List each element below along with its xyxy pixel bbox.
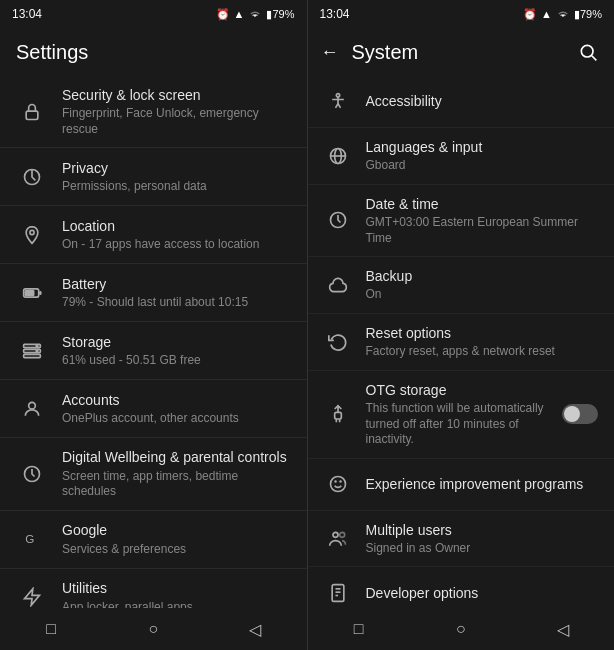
- settings-item-security[interactable]: Security & lock screenFingerprint, Face …: [0, 76, 307, 148]
- right-app-title: System: [352, 41, 571, 64]
- right-nav-bar: □ ○ ◁: [308, 608, 615, 650]
- backup-icon: [324, 271, 352, 299]
- accessibility-title: Accessibility: [366, 92, 599, 110]
- system-item-backup[interactable]: BackupOn: [308, 257, 615, 314]
- system-list[interactable]: AccessibilityLanguages & inputGboardDate…: [308, 76, 615, 608]
- left-nav-bar: □ ○ ◁: [0, 608, 307, 650]
- battery-text: Battery79% - Should last until about 10:…: [62, 275, 291, 311]
- battery-icon: [16, 277, 48, 309]
- accounts-title: Accounts: [62, 391, 291, 409]
- privacy-subtitle: Permissions, personal data: [62, 179, 291, 195]
- storage-subtitle: 61% used - 50.51 GB free: [62, 353, 291, 369]
- right-status-time: 13:04: [320, 7, 350, 21]
- security-icon: [16, 96, 48, 128]
- system-item-developer-options[interactable]: Developer options: [308, 567, 615, 608]
- nav-square[interactable]: □: [40, 618, 62, 640]
- svg-point-28: [333, 532, 338, 537]
- battery-title: Battery: [62, 275, 291, 293]
- location-icon: [16, 219, 48, 251]
- location-text: LocationOn - 17 apps have access to loca…: [62, 217, 291, 253]
- settings-item-utilities[interactable]: UtilitiesApp locker, parallel apps: [0, 569, 307, 608]
- backup-subtitle: On: [366, 287, 599, 303]
- svg-text:G: G: [25, 532, 34, 545]
- multiple-users-icon: [324, 525, 352, 553]
- battery-icon-r: ▮79%: [574, 8, 602, 21]
- wifi-icon-r: [556, 7, 570, 21]
- multiple-users-title: Multiple users: [366, 521, 599, 539]
- settings-item-digital-wellbeing[interactable]: Digital Wellbeing & parental controlsScr…: [0, 438, 307, 510]
- left-app-title: Settings: [16, 41, 88, 64]
- accessibility-icon: [324, 88, 352, 116]
- left-status-icons: ⏰ ▲ ▮79%: [216, 7, 295, 21]
- languages-subtitle: Gboard: [366, 158, 599, 174]
- nav-square-r[interactable]: □: [348, 618, 370, 640]
- languages-icon: [324, 142, 352, 170]
- nav-triangle[interactable]: ◁: [244, 618, 266, 640]
- languages-title: Languages & input: [366, 138, 599, 156]
- system-item-accessibility[interactable]: Accessibility: [308, 76, 615, 128]
- security-text: Security & lock screenFingerprint, Face …: [62, 86, 291, 137]
- system-item-otg-storage[interactable]: OTG storageThis function will be automat…: [308, 371, 615, 459]
- backup-title: Backup: [366, 267, 599, 285]
- right-phone-panel: 13:04 ⏰ ▲ ▮79% ← System AccessibilityLan…: [308, 0, 615, 650]
- nav-circle[interactable]: ○: [142, 618, 164, 640]
- otg-storage-subtitle: This function will be automatically turn…: [366, 401, 563, 448]
- accounts-text: AccountsOnePlus account, other accounts: [62, 391, 291, 427]
- backup-text: BackupOn: [366, 267, 599, 303]
- security-subtitle: Fingerprint, Face Unlock, emergency resc…: [62, 106, 291, 137]
- utilities-title: Utilities: [62, 579, 291, 597]
- system-item-date-time[interactable]: Date & timeGMT+03:00 Eastern European Su…: [308, 185, 615, 257]
- reset-options-icon: [324, 328, 352, 356]
- accounts-subtitle: OnePlus account, other accounts: [62, 411, 291, 427]
- right-status-icons: ⏰ ▲ ▮79%: [523, 7, 602, 21]
- system-item-languages[interactable]: Languages & inputGboard: [308, 128, 615, 185]
- settings-item-battery[interactable]: Battery79% - Should last until about 10:…: [0, 264, 307, 322]
- settings-item-google[interactable]: GGoogleServices & preferences: [0, 511, 307, 569]
- location-title: Location: [62, 217, 291, 235]
- system-item-experience-improvement[interactable]: Experience improvement programs: [308, 459, 615, 511]
- system-item-multiple-users[interactable]: Multiple usersSigned in as Owner: [308, 511, 615, 568]
- system-item-reset-options[interactable]: Reset optionsFactory reset, apps & netwo…: [308, 314, 615, 371]
- settings-item-privacy[interactable]: PrivacyPermissions, personal data: [0, 148, 307, 206]
- alarm-icon-r: ⏰: [523, 8, 537, 21]
- google-title: Google: [62, 521, 291, 539]
- svg-point-8: [36, 345, 38, 347]
- settings-item-accounts[interactable]: AccountsOnePlus account, other accounts: [0, 380, 307, 438]
- date-time-icon: [324, 206, 352, 234]
- svg-rect-4: [25, 290, 33, 295]
- utilities-subtitle: App locker, parallel apps: [62, 600, 291, 608]
- date-time-title: Date & time: [366, 195, 599, 213]
- accounts-icon: [16, 393, 48, 425]
- storage-title: Storage: [62, 333, 291, 351]
- security-title: Security & lock screen: [62, 86, 291, 104]
- wifi-icon: [248, 7, 262, 21]
- search-button[interactable]: [570, 34, 606, 70]
- settings-list[interactable]: Security & lock screenFingerprint, Face …: [0, 76, 307, 608]
- battery-icon: ▮79%: [266, 8, 294, 21]
- svg-line-18: [592, 56, 597, 61]
- reset-options-subtitle: Factory reset, apps & network reset: [366, 344, 599, 360]
- right-status-bar: 13:04 ⏰ ▲ ▮79%: [308, 0, 615, 28]
- svg-rect-0: [26, 111, 38, 119]
- signal-icon: ▲: [234, 8, 245, 20]
- left-status-bar: 13:04 ⏰ ▲ ▮79%: [0, 0, 307, 28]
- alarm-icon: ⏰: [216, 8, 230, 21]
- settings-item-location[interactable]: LocationOn - 17 apps have access to loca…: [0, 206, 307, 264]
- back-button[interactable]: ←: [312, 34, 348, 70]
- reset-options-text: Reset optionsFactory reset, apps & netwo…: [366, 324, 599, 360]
- utilities-icon: [16, 581, 48, 608]
- multiple-users-subtitle: Signed in as Owner: [366, 541, 599, 557]
- otg-toggle[interactable]: [562, 404, 598, 424]
- developer-options-icon: [324, 579, 352, 607]
- digital-wellbeing-subtitle: Screen time, app timers, bedtime schedul…: [62, 469, 291, 500]
- location-subtitle: On - 17 apps have access to location: [62, 237, 291, 253]
- nav-triangle-r[interactable]: ◁: [552, 618, 574, 640]
- nav-circle-r[interactable]: ○: [450, 618, 472, 640]
- languages-text: Languages & inputGboard: [366, 138, 599, 174]
- experience-improvement-title: Experience improvement programs: [366, 475, 599, 493]
- svg-point-9: [36, 350, 38, 352]
- privacy-title: Privacy: [62, 159, 291, 177]
- svg-point-29: [339, 532, 344, 537]
- settings-item-storage[interactable]: Storage61% used - 50.51 GB free: [0, 322, 307, 380]
- google-text: GoogleServices & preferences: [62, 521, 291, 557]
